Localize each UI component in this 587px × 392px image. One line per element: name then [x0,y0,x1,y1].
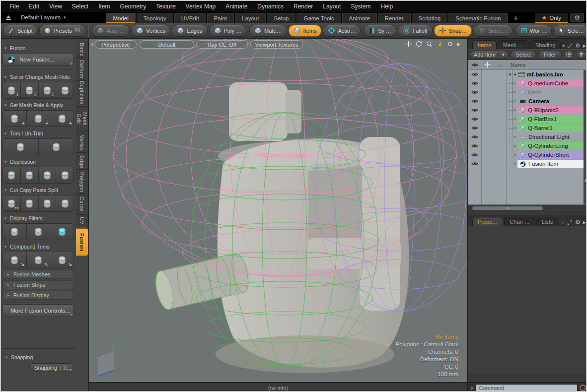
menu-edit[interactable]: Edit [24,1,44,11]
zoom-icon[interactable] [426,41,433,47]
table-row[interactable]: Fusion Item [468,159,587,168]
expand-panel-icon[interactable] [567,43,573,49]
compound-trim-button-1[interactable]: ↘ [3,252,27,268]
menu-vertex-map[interactable]: Vertex Map [181,1,220,11]
item-q-barrel1[interactable]: Q-Barrel1 [517,124,584,132]
table-row[interactable]: Q-CylinderShort [468,150,587,159]
visibility-toggle[interactable] [468,126,481,131]
menu-dynamics[interactable]: Dynamics [253,1,288,11]
form-layout-button[interactable] [564,51,574,59]
duplicate-button-3[interactable] [39,167,57,183]
copy-button[interactable] [21,196,39,211]
add-item-button[interactable]: Add Item ▾ [470,51,509,59]
vtab-mesh-edit[interactable]: Mesh Edit [76,106,88,132]
compound-trim-button-2[interactable]: ↖ [27,252,51,268]
table-row[interactable]: Q-Barrel1 [468,124,587,132]
compound-trim-button-3[interactable]: ↘ [50,252,73,268]
visibility-toggle[interactable] [468,90,481,95]
vtab-fusion[interactable]: Fusion [76,228,88,256]
tab-schematic-fusion[interactable]: Schematic Fusion [448,13,508,23]
new-fusion-button[interactable]: New Fusion... [2,53,74,66]
split-button[interactable] [56,196,73,211]
tab-channels[interactable]: Chan … [504,217,535,226]
chevron-down-icon[interactable]: ▾ [563,43,565,48]
tab-game-tools[interactable]: Game Tools [296,13,341,23]
filter-funnel-button[interactable] [576,51,587,59]
untrim-button[interactable] [39,139,74,155]
viewport-settings-gear-icon[interactable]: ⚙ [447,41,453,47]
item-q-flatbox1[interactable]: Q-FlatBox1 [517,115,584,123]
viewport-projection-selector[interactable]: Perspective [95,40,137,49]
vtab-curve[interactable]: Curve [76,195,88,213]
tab-items[interactable]: Items [472,40,497,49]
item-list-vertical-scrollbar[interactable] [584,70,587,204]
table-row[interactable]: Q-FlatBox1 [468,115,587,124]
tab-layout[interactable]: Layout [235,13,266,23]
item-directional-light[interactable]: Directional Light [517,133,584,141]
tab-mesh-ops[interactable]: Mesh … [498,40,529,49]
snapping-button[interactable]: Snap… [434,25,472,37]
panel-overflow-icon[interactable]: ▶ [583,220,586,225]
vtab-uv[interactable]: UV [76,214,88,227]
axis-column-header[interactable] [494,60,506,69]
apply-union-role-button[interactable]: + [27,111,51,127]
fusion-section-header[interactable]: ▼ Fusion [3,44,73,52]
tab-scripting[interactable]: Scripting [412,13,448,23]
visibility-toggle[interactable] [468,99,481,104]
paste-button[interactable] [39,196,57,211]
set-mesh-role-apply-header[interactable]: ▼ Set Mesh Role & Apply [3,101,73,109]
visibility-toggle[interactable] [468,134,481,139]
collapse-triangle-icon[interactable]: ▼ [508,72,512,77]
vtab-polygon[interactable]: Polygon [76,171,88,194]
tab-model[interactable]: Model [106,13,135,23]
trim-button[interactable] [3,139,39,155]
selection-sets-button[interactable]: Sele… [553,25,587,37]
tab-lists[interactable]: Lists [536,217,559,226]
add-layout-tab-button[interactable]: + [509,13,523,23]
item-mesh[interactable]: Mesh [517,88,584,96]
menu-help[interactable]: Help [376,1,397,11]
panel-overflow-icon[interactable]: ▶ [583,44,586,48]
visibility-toggle[interactable] [468,117,481,122]
menu-geometry[interactable]: Geometry [116,1,151,11]
more-fusion-controls-button[interactable]: More Fusion Controls... [2,304,74,317]
menu-item[interactable]: Item [94,1,114,11]
presets-button[interactable]: Presets F6 [39,25,85,37]
table-row[interactable]: Q-mediumCube [468,79,587,88]
tab-topology[interactable]: Topology [137,13,173,23]
duplicate-button-2[interactable] [21,167,39,183]
table-row[interactable]: ▼ + mf-basics.lxo [468,70,587,79]
display-filter-button-1[interactable] [3,224,27,240]
orbit-icon[interactable] [416,41,422,47]
table-row[interactable]: Camera [468,97,587,106]
display-filters-header[interactable]: ▼ Display Filters [3,214,73,222]
item-q-cylinderlong[interactable]: Q-CylinderLong [517,142,584,150]
item-q-mediumcube[interactable]: Q-mediumCube [517,79,584,87]
layout-settings-gear-button[interactable]: ⚙ [570,13,584,22]
add-trimmed-role-button[interactable]: + [21,82,39,98]
tab-properties[interactable]: Prope… [472,217,503,226]
duplicate-button-4[interactable] [56,167,73,183]
item-list-horizontal-scrollbar[interactable] [468,205,587,211]
vtab-edge[interactable]: Edge [76,154,88,170]
tab-setup[interactable]: Setup [267,13,295,23]
tab-uvedit[interactable]: UVEdit [174,13,206,23]
fusion-strips-section[interactable]: ► Fusion Strips [2,280,74,289]
menu-file[interactable]: File [5,1,23,11]
item-fusion-item[interactable]: Fusion Item [517,160,584,168]
table-row[interactable]: Directional Light [468,132,587,141]
viewport-raygl-selector[interactable]: Ray GL: Off [196,40,248,49]
layout-preset-selector[interactable]: Default Layouts ▾ [16,12,71,23]
select-button[interactable]: Select [511,51,537,59]
gear-icon[interactable]: ⚙ [575,219,581,226]
paint-transfer-icon[interactable] [437,41,443,47]
scene-add-icon[interactable]: + [514,71,516,77]
vtab-basic[interactable]: Basic [76,42,88,58]
vtab-deform[interactable]: Deform [76,59,88,79]
gear-icon[interactable]: ⚙ [575,42,581,49]
tab-animate[interactable]: Animate [342,13,377,23]
auto-select-button[interactable]: Auto … [92,25,130,37]
visibility-toggle[interactable] [468,81,481,86]
add-union-role-button[interactable]: + [39,82,57,98]
visibility-column-header[interactable] [468,60,481,69]
